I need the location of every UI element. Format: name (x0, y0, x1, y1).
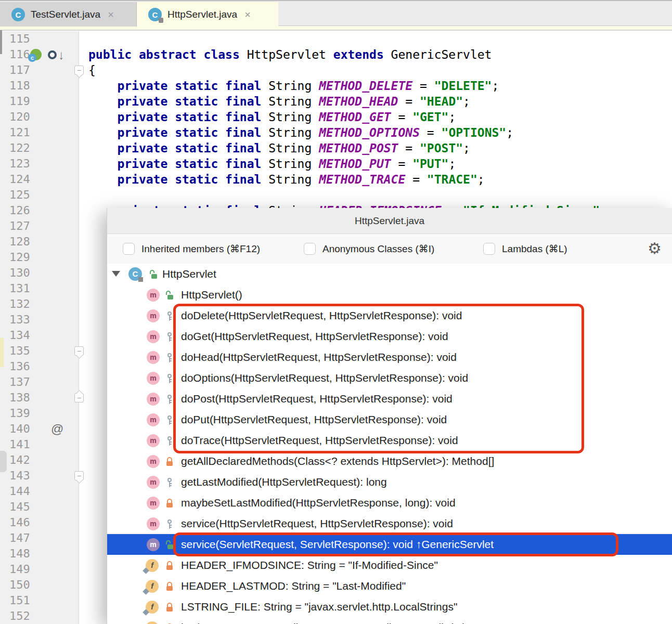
override-gutter-icon[interactable] (48, 50, 57, 59)
line-number: 115 (9, 31, 51, 47)
line-number: 152 (9, 608, 51, 624)
structure-row-doDelete[interactable]: mdoDelete(HttpServletRequest, HttpServle… (107, 305, 672, 326)
code-token: GenericServlet (391, 48, 492, 61)
code-token: = (391, 157, 413, 171)
code-token: private static final (88, 157, 268, 171)
structure-row-label: doPut(HttpServletRequest, HttpServletRes… (181, 413, 447, 426)
protected-key-icon (165, 436, 174, 446)
class-icon: C (148, 8, 162, 21)
code-line[interactable]: private static final String METHOD_POST … (88, 140, 470, 156)
structure-row-LSTRING_FILE[interactable]: fLSTRING_FILE: String = "javax.servlet.h… (107, 596, 672, 617)
gear-icon[interactable]: ⚙ (648, 239, 662, 258)
checkbox[interactable] (483, 243, 495, 255)
structure-row-label: LSTRING_FILE: String = "javax.servlet.ht… (181, 601, 457, 613)
checkbox[interactable] (304, 243, 316, 255)
code-token: private static final (88, 173, 268, 186)
filter-checkbox-2: Lambdas (⌘L) (483, 234, 567, 264)
code-token: ; (463, 95, 470, 108)
structure-row-doGet[interactable]: mdoGet(HttpServletRequest, HttpServletRe… (107, 326, 672, 347)
code-line[interactable]: public abstract class HttpServlet extend… (88, 47, 492, 62)
close-icon[interactable]: × (242, 8, 253, 21)
code-token: ; (506, 126, 513, 139)
code-line[interactable]: private static final String METHOD_HEAD … (88, 94, 470, 109)
code-token: ; (492, 79, 499, 93)
structure-row-label: getAllDeclaredMethods(Class<? extends Ht… (181, 455, 494, 467)
expand-triangle-icon[interactable] (112, 271, 120, 277)
close-icon[interactable]: × (106, 8, 116, 21)
line-number: 128 (9, 234, 51, 250)
structure-row-HEADER_IFMODSINCE[interactable]: fHEADER_IFMODSINCE: String = "If-Modifie… (107, 555, 672, 576)
structure-row-doTrace[interactable]: mdoTrace(HttpServletRequest, HttpServlet… (107, 430, 672, 451)
static-diamond-badge (143, 567, 149, 574)
structure-row-lStrings[interactable]: flStrings: ResourceBundle = ResourceBund… (107, 617, 672, 624)
code-token: ; (448, 157, 456, 171)
gutter-notch (0, 451, 7, 472)
structure-row-HttpServlet[interactable]: mHttpServlet() (107, 284, 672, 305)
code-line[interactable]: private static final String METHOD_OPTIO… (88, 125, 513, 140)
code-token: "HEAD" (420, 95, 463, 108)
line-number: 136 (9, 359, 51, 374)
structure-row-doPut[interactable]: mdoPut(HttpServletRequest, HttpServletRe… (107, 409, 672, 430)
structure-row-doHead[interactable]: mdoHead(HttpServletRequest, HttpServletR… (107, 347, 672, 368)
line-number: 145 (9, 499, 51, 515)
class-icon: C (11, 8, 25, 21)
method-icon: m (147, 351, 160, 364)
fold-marker[interactable]: − (74, 66, 84, 75)
structure-row-doOptions[interactable]: mdoOptions(HttpServletRequest, HttpServl… (107, 368, 672, 388)
code-token: = (398, 95, 420, 108)
structure-row-doPost[interactable]: mdoPost(HttpServletRequest, HttpServletR… (107, 388, 672, 409)
line-number: 132 (9, 296, 51, 312)
protected-key-icon (165, 394, 174, 405)
tab-testservlet-java[interactable]: CTestServlet.java× (0, 2, 137, 27)
private-lock-icon (165, 498, 174, 509)
line-number: 141 (9, 437, 51, 452)
tab-httpservlet-java[interactable]: CHttpServlet.java× (137, 2, 278, 27)
fold-marker[interactable]: − (74, 393, 84, 402)
code-line[interactable]: private static final String METHOD_DELET… (88, 78, 499, 94)
line-number: 135 (9, 343, 51, 359)
structure-row-label: HttpServlet (162, 268, 216, 280)
private-lock-icon (165, 457, 174, 467)
structure-row-label: doDelete(HttpServletRequest, HttpServlet… (181, 309, 462, 322)
popup-header[interactable]: HttpServlet.java (107, 208, 672, 234)
scrollbar-thumb[interactable] (0, 30, 2, 54)
code-token: "OPTIONS" (442, 126, 507, 139)
line-number: 146 (9, 515, 51, 530)
structure-row-maybeSetLastModified[interactable]: mmaybeSetLastModified(HttpServletRespons… (107, 492, 672, 513)
code-line[interactable]: private static final String METHOD_GET =… (88, 109, 456, 125)
structure-row-service[interactable]: mservice(ServletRequest, ServletResponse… (107, 534, 672, 555)
checkbox-label: Lambdas (⌘L) (502, 243, 567, 255)
code-token: String (268, 141, 319, 155)
structure-row-label: lStrings: ResourceBundle = ResourceBundl… (181, 621, 466, 624)
code-token: METHOD_POST (319, 141, 398, 155)
field-icon: f (146, 601, 159, 614)
checkbox[interactable] (123, 243, 135, 255)
fold-marker[interactable]: − (74, 471, 84, 480)
protected-key-icon (165, 332, 174, 342)
static-diamond-badge (143, 588, 149, 595)
line-number: 119 (9, 94, 51, 109)
method-icon: m (147, 372, 160, 385)
code-line[interactable]: private static final String METHOD_TRACE… (88, 172, 485, 187)
code-line[interactable]: { (88, 62, 96, 78)
line-number: 144 (9, 484, 51, 499)
code-token: private static final (88, 110, 268, 124)
bean-class-gutter-icon[interactable]: c (30, 49, 42, 60)
code-token: String (268, 95, 319, 108)
line-number: 123 (9, 156, 51, 172)
annotation-at-symbol: @ (51, 421, 72, 437)
checkbox-label: Inherited members (⌘F12) (141, 243, 260, 255)
fold-marker[interactable]: − (74, 346, 84, 356)
line-number: 125 (9, 187, 51, 203)
method-icon: m (147, 497, 160, 510)
structure-row-getLastModified[interactable]: mgetLastModified(HttpServletRequest): lo… (107, 472, 672, 492)
structure-row-HEADER_LASTMOD[interactable]: fHEADER_LASTMOD: String = "Last-Modified… (107, 576, 672, 596)
public-open-lock-icon (165, 540, 174, 550)
structure-row-service[interactable]: mservice(HttpServletRequest, HttpServlet… (107, 513, 672, 534)
structure-row-label: doGet(HttpServletRequest, HttpServletRes… (181, 330, 448, 343)
structure-row-getAllDeclaredMethods[interactable]: mgetAllDeclaredMethods(Class<? extends H… (107, 451, 672, 472)
line-number: 122 (9, 140, 51, 156)
field-icon: f (146, 621, 159, 624)
structure-row-HttpServlet[interactable]: CHttpServlet (107, 264, 672, 284)
code-line[interactable]: private static final String METHOD_PUT =… (88, 156, 456, 172)
